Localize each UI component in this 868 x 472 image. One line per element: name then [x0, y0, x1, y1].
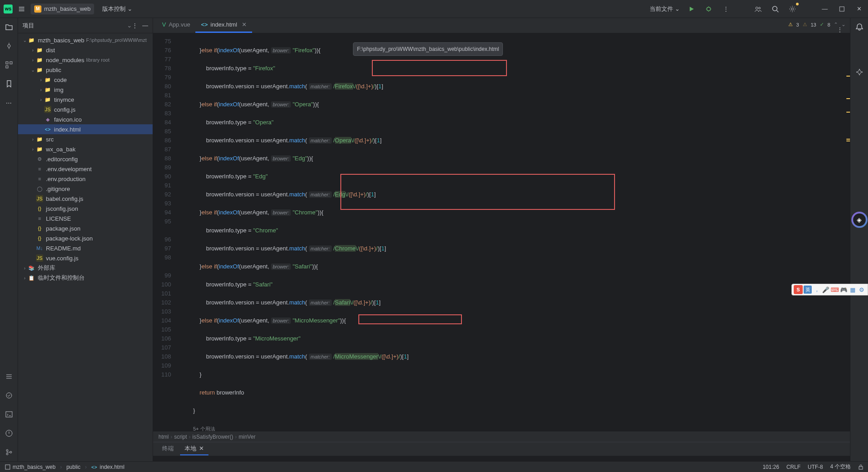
svg-point-1: [756, 7, 758, 9]
left-tool-rail: ⋯: [0, 18, 18, 461]
code-editor[interactable]: 7576777879808182838485868788899091929394…: [153, 33, 850, 431]
file-encoding[interactable]: UTF-8: [808, 464, 823, 470]
tab-app-vue[interactable]: VApp.vue: [157, 18, 195, 33]
tree-file-license[interactable]: ≡LICENSE: [18, 213, 153, 223]
tree-folder-code[interactable]: ›📁code: [18, 75, 153, 85]
ai-assistant-icon[interactable]: [854, 67, 865, 77]
tree-folder-wx-oa-bak[interactable]: ›📁wx_oa_bak: [18, 144, 153, 154]
tree-folder-src[interactable]: ›📁src: [18, 134, 153, 144]
tree-file-readme[interactable]: M↓README.md: [18, 243, 153, 253]
inspection-widget[interactable]: ⚠3 ⚠13 ✓8 ⌃⌄: [788, 22, 846, 27]
terminal-body[interactable]: [153, 456, 850, 461]
terminal-tab-local[interactable]: 本地✕: [180, 443, 208, 455]
tree-file-env-dev[interactable]: ≡.env.development: [18, 164, 153, 174]
ime-game-icon[interactable]: 🎮: [840, 286, 848, 294]
debug-button[interactable]: [703, 4, 714, 14]
minimize-window-icon[interactable]: —: [819, 4, 830, 14]
vcs-dropdown[interactable]: 版本控制 ⌄: [102, 5, 132, 13]
terminal-tool-icon[interactable]: [4, 409, 14, 420]
panel-dropdown-icon[interactable]: ⌄: [127, 22, 132, 29]
svg-point-15: [10, 451, 12, 453]
breadcrumb[interactable]: html› script› isSatisfyBrower()› minVer: [153, 431, 850, 442]
tree-file-editorconfig[interactable]: ⚙.editorconfig: [18, 154, 153, 164]
error-stripe[interactable]: [845, 49, 850, 419]
tree-file-package-json[interactable]: {}package.json: [18, 223, 153, 233]
project-badge[interactable]: M mzth_basics_web: [31, 4, 94, 14]
path-tooltip: F:\phpstudy_pro\WWW\mzth_basics_web\publ…: [353, 42, 503, 56]
project-tree[interactable]: ⌄📁mzth_basics_webF:\phpstudy_pro\WWW\mzt…: [18, 33, 153, 461]
close-tab-icon[interactable]: ✕: [242, 21, 247, 28]
ime-toolbar[interactable]: S 英 ， 🎤 ⌨ 🎮 ▦ ⚙: [791, 284, 868, 295]
line-separator[interactable]: CRLF: [787, 464, 800, 470]
tree-folder-node-modules[interactable]: ›📁node_moduleslibrary root: [18, 55, 153, 65]
project-tool-icon[interactable]: [4, 22, 14, 32]
main-menu-icon[interactable]: [16, 4, 27, 14]
ime-voice-icon[interactable]: 🎤: [822, 286, 830, 294]
more-actions-icon[interactable]: ⋮: [720, 4, 731, 14]
terminal-tab-main[interactable]: 终端: [158, 443, 178, 455]
tree-scratches[interactable]: ›📋临时文件和控制台: [18, 273, 153, 283]
ime-grid-icon[interactable]: ▦: [849, 286, 857, 294]
code-content[interactable]: }else if(indexOf(userAgent, brower: "Fir…: [176, 33, 850, 431]
tree-file-babel-config[interactable]: JSbabel.config.js: [18, 194, 153, 204]
search-icon[interactable]: [770, 4, 781, 14]
terminal-panel: 终端 本地✕: [153, 442, 850, 461]
code-with-me-icon[interactable]: [753, 4, 764, 14]
readonly-lock-icon[interactable]: [858, 464, 863, 470]
project-name: mzth_basics_web: [44, 5, 90, 12]
tree-root[interactable]: ⌄📁mzth_basics_webF:\phpstudy_pro\WWW\mzt: [18, 35, 153, 45]
tree-file-jsconfig[interactable]: {}jsconfig.json: [18, 204, 153, 213]
svg-point-2: [759, 7, 760, 9]
close-terminal-tab-icon[interactable]: ✕: [199, 445, 204, 452]
todo-tool-icon[interactable]: [4, 371, 14, 382]
top-toolbar: WS M mzth_basics_web 版本控制 ⌄ 当前文件 ⌄ ⋮: [0, 0, 868, 18]
ime-lang-icon[interactable]: 英: [804, 286, 812, 294]
tree-file-index-html[interactable]: <>index.html: [18, 124, 153, 134]
svg-point-10: [6, 393, 12, 398]
maximize-window-icon[interactable]: [836, 4, 847, 14]
ime-keyboard-icon[interactable]: ⌨: [831, 286, 839, 294]
run-button[interactable]: [686, 4, 697, 14]
more-tools-icon[interactable]: ⋯: [4, 97, 14, 108]
structure-tool-icon[interactable]: [4, 59, 14, 70]
tree-folder-public[interactable]: ⌄📁public: [18, 65, 153, 75]
panel-options-icon[interactable]: ⋮: [132, 22, 138, 29]
project-panel: 项目 ⌄ ⋮ — ⌄📁mzth_basics_webF:\phpstudy_pr…: [18, 18, 153, 461]
indent-settings[interactable]: 4 个空格: [830, 463, 851, 471]
notifications-icon[interactable]: [854, 22, 865, 32]
close-window-icon[interactable]: ✕: [854, 4, 864, 14]
services-tool-icon[interactable]: [4, 390, 14, 401]
ime-punct-icon[interactable]: ，: [813, 286, 821, 294]
ime-settings-icon[interactable]: ⚙: [858, 286, 866, 294]
git-branch-widget[interactable]: mzth_basics_web: [5, 464, 55, 470]
tree-folder-tinymce[interactable]: ›📁tinymce: [18, 95, 153, 104]
project-icon: M: [34, 5, 41, 13]
tree-folder-dist[interactable]: ›📁dist: [18, 45, 153, 55]
tree-file-env-prod[interactable]: ≡.env.production: [18, 174, 153, 184]
tree-file-vue-config[interactable]: JSvue.config.js: [18, 253, 153, 263]
tree-external-libs[interactable]: ›📚外部库: [18, 263, 153, 273]
tree-file-config-js[interactable]: JSconfig.js: [18, 104, 153, 114]
panel-hide-icon[interactable]: —: [142, 22, 148, 29]
tree-folder-img[interactable]: ›📁img: [18, 85, 153, 95]
tree-file-favicon[interactable]: ◆favicon.ico: [18, 114, 153, 124]
panel-title: 项目: [23, 22, 125, 30]
tree-file-package-lock[interactable]: {}package-lock.json: [18, 233, 153, 243]
status-file[interactable]: index.html: [100, 464, 125, 470]
tab-index-html[interactable]: <>index.html✕: [195, 18, 252, 33]
right-tool-rail: ◈: [850, 18, 868, 461]
svg-point-6: [8, 45, 10, 47]
status-folder[interactable]: public: [66, 464, 80, 470]
problems-tool-icon[interactable]: [4, 428, 14, 439]
run-config-label: 当前文件: [650, 5, 673, 13]
status-bar: mzth_basics_web › public › <> index.html…: [0, 461, 868, 472]
cursor-position[interactable]: 101:26: [763, 464, 779, 470]
bookmarks-tool-icon[interactable]: [4, 78, 14, 89]
vcs-tool-icon[interactable]: [4, 447, 14, 458]
svg-point-14: [6, 453, 8, 455]
tree-file-gitignore[interactable]: ◯.gitignore: [18, 184, 153, 194]
ai-chat-badge[interactable]: ◈: [851, 212, 868, 228]
run-config-dropdown[interactable]: 当前文件 ⌄: [650, 5, 680, 13]
commit-tool-icon[interactable]: [4, 41, 14, 51]
settings-icon[interactable]: [787, 4, 798, 14]
